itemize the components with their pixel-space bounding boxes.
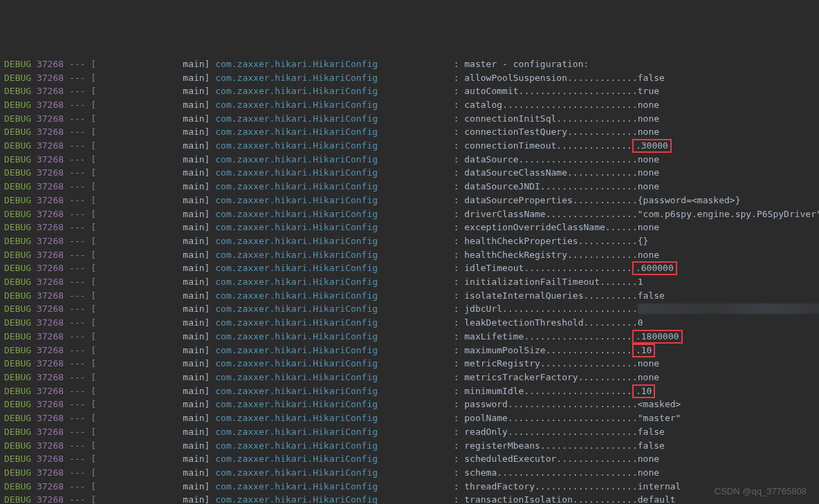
log-level: DEBUG bbox=[4, 344, 31, 357]
separator: --- [ bbox=[64, 71, 96, 85]
log-level: DEBUG bbox=[4, 98, 31, 112]
process-id: 37268 bbox=[37, 371, 64, 384]
logger-name: com.zaxxer.hikari.HikariConfig bbox=[215, 180, 453, 194]
separator: --- [ bbox=[64, 371, 96, 384]
thread-name: main] bbox=[96, 207, 215, 221]
thread-name: main] bbox=[96, 84, 215, 98]
logger-name: com.zaxxer.hikari.HikariConfig bbox=[215, 493, 453, 504]
log-message: : transactionIsolation............defaul… bbox=[454, 493, 676, 504]
log-level: DEBUG bbox=[4, 194, 31, 207]
logger-name: com.zaxxer.hikari.HikariConfig bbox=[215, 344, 453, 357]
log-message: : autoCommit......................true bbox=[454, 84, 659, 98]
thread-name: main] bbox=[96, 493, 215, 504]
thread-name: main] bbox=[96, 466, 215, 480]
log-line: DEBUG 37268 --- [ main] com.zaxxer.hikar… bbox=[0, 234, 819, 248]
process-id: 37268 bbox=[37, 466, 64, 480]
thread-name: main] bbox=[96, 261, 215, 275]
logger-name: com.zaxxer.hikari.HikariConfig bbox=[215, 289, 453, 303]
process-id: 37268 bbox=[37, 275, 64, 289]
separator: --- [ bbox=[64, 248, 96, 262]
log-message: : healthCheckRegistry.............none bbox=[454, 248, 659, 262]
log-level: DEBUG bbox=[4, 480, 31, 494]
log-message: : readOnly........................false bbox=[454, 425, 665, 439]
logger-name: com.zaxxer.hikari.HikariConfig bbox=[215, 411, 453, 425]
logger-name: com.zaxxer.hikari.HikariConfig bbox=[215, 221, 453, 234]
thread-name: main] bbox=[96, 330, 215, 344]
process-id: 37268 bbox=[37, 411, 64, 425]
highlighted-value: .10 bbox=[632, 344, 655, 357]
log-message: : metricsTrackerFactory...........none bbox=[454, 371, 659, 384]
thread-name: main] bbox=[96, 71, 215, 85]
separator: --- [ bbox=[64, 316, 96, 330]
log-level: DEBUG bbox=[4, 493, 31, 504]
logger-name: com.zaxxer.hikari.HikariConfig bbox=[215, 398, 453, 411]
process-id: 37268 bbox=[37, 384, 64, 398]
log-message: : connectionTestQuery.............none bbox=[454, 125, 659, 139]
separator: --- [ bbox=[64, 180, 96, 194]
log-message: : exceptionOverrideClassName......none bbox=[454, 221, 659, 234]
log-message: : healthCheckProperties...........{} bbox=[454, 234, 649, 248]
log-level: DEBUG bbox=[4, 398, 31, 411]
process-id: 37268 bbox=[37, 316, 64, 330]
log-message: : minimumIdle.....................10 bbox=[454, 384, 656, 398]
log-output: DEBUG 37268 --- [ main] com.zaxxer.hikar… bbox=[0, 57, 819, 504]
logger-name: com.zaxxer.hikari.HikariConfig bbox=[215, 466, 453, 480]
thread-name: main] bbox=[96, 125, 215, 139]
thread-name: main] bbox=[96, 57, 215, 71]
highlighted-value: .1800000 bbox=[632, 330, 683, 344]
log-message: : dataSource......................none bbox=[454, 153, 659, 167]
log-level: DEBUG bbox=[4, 275, 31, 289]
log-message: : dataSourceProperties............{passw… bbox=[454, 194, 741, 207]
separator: --- [ bbox=[64, 357, 96, 371]
log-message: : password........................<maske… bbox=[454, 398, 681, 411]
separator: --- [ bbox=[64, 194, 96, 207]
log-level: DEBUG bbox=[4, 384, 31, 398]
log-line: DEBUG 37268 --- [ main] com.zaxxer.hikar… bbox=[0, 275, 819, 289]
log-line: DEBUG 37268 --- [ main] com.zaxxer.hikar… bbox=[0, 439, 819, 453]
thread-name: main] bbox=[96, 316, 215, 330]
thread-name: main] bbox=[96, 289, 215, 303]
logger-name: com.zaxxer.hikari.HikariConfig bbox=[215, 316, 453, 330]
log-line: DEBUG 37268 --- [ main] com.zaxxer.hikar… bbox=[0, 425, 819, 439]
log-message: : maxLifetime.....................180000… bbox=[454, 330, 683, 344]
log-line: DEBUG 37268 --- [ main] com.zaxxer.hikar… bbox=[0, 330, 819, 344]
log-line: DEBUG 37268 --- [ main] com.zaxxer.hikar… bbox=[0, 84, 819, 98]
separator: --- [ bbox=[64, 261, 96, 275]
thread-name: main] bbox=[96, 180, 215, 194]
separator: --- [ bbox=[64, 112, 96, 126]
log-message: : maximumPoolSize.................10 bbox=[454, 344, 656, 357]
log-level: DEBUG bbox=[4, 234, 31, 248]
process-id: 37268 bbox=[37, 493, 64, 504]
thread-name: main] bbox=[96, 480, 215, 494]
separator: --- [ bbox=[64, 125, 96, 139]
logger-name: com.zaxxer.hikari.HikariConfig bbox=[215, 261, 453, 275]
process-id: 37268 bbox=[37, 452, 64, 466]
logger-name: com.zaxxer.hikari.HikariConfig bbox=[215, 71, 453, 85]
separator: --- [ bbox=[64, 234, 96, 248]
process-id: 37268 bbox=[37, 344, 64, 357]
process-id: 37268 bbox=[37, 302, 64, 316]
log-line: DEBUG 37268 --- [ main] com.zaxxer.hikar… bbox=[0, 344, 819, 357]
log-message: : registerMbeans..................false bbox=[454, 439, 665, 453]
thread-name: main] bbox=[96, 439, 215, 453]
logger-name: com.zaxxer.hikari.HikariConfig bbox=[215, 98, 453, 112]
log-line: DEBUG 37268 --- [ main] com.zaxxer.hikar… bbox=[0, 153, 819, 167]
log-line: DEBUG 37268 --- [ main] com.zaxxer.hikar… bbox=[0, 357, 819, 371]
logger-name: com.zaxxer.hikari.HikariConfig bbox=[215, 480, 453, 494]
log-line: DEBUG 37268 --- [ main] com.zaxxer.hikar… bbox=[0, 302, 819, 316]
process-id: 37268 bbox=[37, 166, 64, 180]
log-level: DEBUG bbox=[4, 439, 31, 453]
thread-name: main] bbox=[96, 153, 215, 167]
logger-name: com.zaxxer.hikari.HikariConfig bbox=[215, 166, 453, 180]
logger-name: com.zaxxer.hikari.HikariConfig bbox=[215, 125, 453, 139]
process-id: 37268 bbox=[37, 439, 64, 453]
logger-name: com.zaxxer.hikari.HikariConfig bbox=[215, 330, 453, 344]
separator: --- [ bbox=[64, 153, 96, 167]
process-id: 37268 bbox=[37, 330, 64, 344]
separator: --- [ bbox=[64, 57, 96, 71]
process-id: 37268 bbox=[37, 480, 64, 494]
log-level: DEBUG bbox=[4, 466, 31, 480]
process-id: 37268 bbox=[37, 180, 64, 194]
log-level: DEBUG bbox=[4, 411, 31, 425]
process-id: 37268 bbox=[37, 84, 64, 98]
